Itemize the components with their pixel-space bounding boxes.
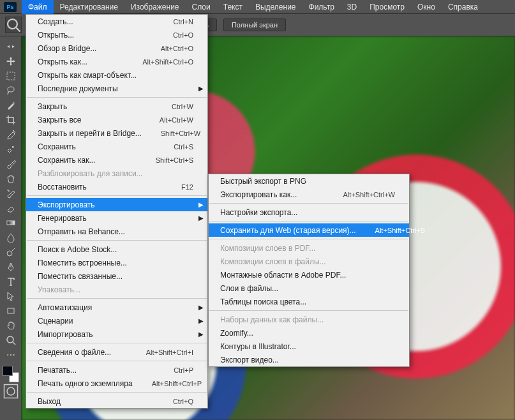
menubar-item-изображение[interactable]: Изображение bbox=[124, 0, 186, 14]
export-menu-separator bbox=[209, 221, 408, 221]
tool-hand[interactable] bbox=[3, 318, 19, 333]
menubar-item-редактирование[interactable]: Редактирование bbox=[54, 0, 124, 14]
tool-crop[interactable] bbox=[3, 112, 19, 127]
tool-type[interactable] bbox=[3, 274, 19, 289]
export-menu-item-3[interactable]: Настройки экспорта... bbox=[209, 206, 409, 219]
menu-item-label: Zoomify... bbox=[220, 329, 395, 338]
file-menu-item-9[interactable]: Закрыть и перейти в Bridge...Shift+Ctrl+… bbox=[26, 126, 207, 140]
submenu-arrow-icon: ▶ bbox=[198, 304, 204, 311]
file-menu-item-4[interactable]: Открыть как смарт-объект... bbox=[26, 68, 207, 82]
file-menu-separator bbox=[27, 361, 207, 361]
tool-lasso[interactable] bbox=[3, 83, 19, 98]
color-swatches[interactable] bbox=[3, 366, 19, 382]
gradient-icon bbox=[6, 218, 16, 228]
file-menu-item-7[interactable]: ЗакрытьCtrl+W bbox=[26, 100, 207, 113]
file-menu-item-20[interactable]: Поместить встроенные... bbox=[26, 256, 207, 269]
menu-item-label: Генерировать bbox=[38, 214, 193, 223]
menu-item-label: Создать... bbox=[38, 17, 154, 26]
export-menu-item-1[interactable]: Экспортировать как...Alt+Shift+Ctrl+W bbox=[209, 188, 409, 201]
export-menu-item-16[interactable]: Экспорт видео... bbox=[209, 353, 409, 366]
tool-eyedropper[interactable] bbox=[3, 127, 19, 142]
menubar-item-просмотр[interactable]: Просмотр bbox=[363, 0, 411, 14]
export-menu-item-9[interactable]: Монтажные области в Adobe PDF... bbox=[209, 268, 409, 281]
submenu-arrow-icon: ▶ bbox=[198, 317, 204, 324]
file-menu-item-25[interactable]: Сценарии▶ bbox=[26, 314, 207, 327]
export-menu-item-0[interactable]: Быстрый экспорт в PNG bbox=[209, 174, 409, 188]
file-menu-item-10[interactable]: СохранитьCtrl+S bbox=[26, 140, 207, 153]
menubar-item-фильтр[interactable]: Фильтр bbox=[302, 0, 341, 14]
menubar-item-выделение[interactable]: Выделение bbox=[249, 0, 302, 14]
file-menu-item-0[interactable]: Создать...Ctrl+N bbox=[26, 15, 207, 28]
file-menu-item-28[interactable]: Сведения о файле...Alt+Shift+Ctrl+I bbox=[26, 345, 207, 359]
tool-blur[interactable] bbox=[3, 230, 19, 244]
submenu-arrow-icon: ▶ bbox=[198, 201, 204, 208]
export-menu-item-10[interactable]: Слои в файлы... bbox=[209, 281, 409, 295]
file-menu-item-16[interactable]: Генерировать▶ bbox=[26, 211, 207, 225]
menu-item-label: Упаковать... bbox=[38, 285, 193, 294]
file-menu-item-24[interactable]: Автоматизация▶ bbox=[26, 301, 207, 314]
menubar-item-файл[interactable]: Файл bbox=[22, 0, 54, 14]
tool-marquee[interactable] bbox=[3, 68, 19, 83]
file-menu-item-5[interactable]: Последние документы▶ bbox=[26, 82, 207, 95]
menu-item-shortcut: Ctrl+O bbox=[173, 31, 193, 39]
file-menu-item-3[interactable]: Открыть как...Alt+Shift+Ctrl+O bbox=[26, 55, 207, 68]
tool-healing[interactable] bbox=[3, 142, 19, 156]
tool-brush[interactable] bbox=[3, 156, 19, 171]
file-menu-item-2[interactable]: Обзор в Bridge...Alt+Ctrl+O bbox=[26, 41, 207, 55]
file-menu-item-8[interactable]: Закрыть всеAlt+Ctrl+W bbox=[26, 113, 207, 126]
export-menu-item-5[interactable]: Сохранить для Web (старая версия)...Alt+… bbox=[209, 223, 409, 237]
zoom-icon bbox=[6, 335, 16, 345]
foreground-color-swatch[interactable] bbox=[3, 366, 13, 376]
file-menu-item-31[interactable]: Печать одного экземпляраAlt+Shift+Ctrl+P bbox=[26, 377, 207, 390]
tool-path-select[interactable] bbox=[3, 289, 19, 303]
menu-item-label: Выход bbox=[38, 397, 154, 406]
menu-item-label: Сохранить для Web (старая версия)... bbox=[220, 226, 356, 235]
export-menu-item-8: Композиции слоев в файлы... bbox=[209, 255, 409, 268]
export-menu-item-11[interactable]: Таблицы поиска цвета... bbox=[209, 295, 409, 308]
file-menu-item-33[interactable]: ВыходCtrl+Q bbox=[26, 394, 207, 408]
file-menu-item-30[interactable]: Печатать...Ctrl+P bbox=[26, 363, 207, 377]
file-menu-item-13[interactable]: ВосстановитьF12 bbox=[26, 180, 207, 193]
menubar-item-окно[interactable]: Окно bbox=[411, 0, 442, 14]
tool-move[interactable] bbox=[3, 54, 19, 68]
menubar-item-слои[interactable]: Слои bbox=[186, 0, 217, 14]
fullscreen-button[interactable]: Полный экран bbox=[223, 19, 286, 31]
svg-rect-5 bbox=[8, 308, 14, 313]
tool-eraser[interactable] bbox=[3, 200, 19, 215]
tool-history-brush[interactable] bbox=[3, 186, 19, 200]
file-menu-item-11[interactable]: Сохранить как...Shift+Ctrl+S bbox=[26, 153, 207, 167]
menu-item-label: Экспорт видео... bbox=[220, 356, 395, 364]
file-menu-item-21[interactable]: Поместить связанные... bbox=[26, 269, 207, 283]
file-menu-item-26[interactable]: Импортировать▶ bbox=[26, 327, 207, 341]
export-menu-item-15[interactable]: Контуры в Illustrator... bbox=[209, 340, 409, 353]
file-menu-item-15[interactable]: Экспортировать▶ bbox=[26, 198, 207, 211]
move-icon bbox=[6, 56, 16, 66]
tool-rectangle[interactable] bbox=[3, 303, 19, 318]
blur-icon bbox=[6, 232, 16, 243]
menu-item-label: Сохранить как... bbox=[38, 156, 137, 165]
submenu-arrow-icon: ▶ bbox=[198, 214, 204, 221]
menu-item-label: Печать одного экземпляра bbox=[38, 379, 133, 388]
tool-clone[interactable] bbox=[3, 171, 19, 186]
file-menu-item-1[interactable]: Открыть...Ctrl+O bbox=[26, 28, 207, 41]
file-menu-separator bbox=[27, 343, 207, 343]
tool-magic-wand[interactable] bbox=[3, 98, 19, 112]
export-menu-item-13: Наборы данных как файлы... bbox=[209, 313, 409, 326]
menubar-item-справка[interactable]: Справка bbox=[442, 0, 484, 14]
menubar-item-3d[interactable]: 3D bbox=[341, 0, 363, 14]
file-menu-item-19[interactable]: Поиск в Adobe Stock... bbox=[26, 243, 207, 256]
export-menu-item-14[interactable]: Zoomify... bbox=[209, 326, 409, 340]
crop-icon bbox=[6, 115, 16, 125]
tool-dodge[interactable] bbox=[3, 244, 19, 259]
tool-gradient[interactable] bbox=[3, 215, 19, 230]
quick-mask-button[interactable] bbox=[3, 385, 19, 398]
edit-toolbar-button[interactable]: ⋯ bbox=[3, 347, 19, 362]
collapse-handle[interactable] bbox=[3, 39, 19, 54]
current-tool-swatch[interactable] bbox=[5, 17, 22, 33]
menubar-item-текст[interactable]: Текст bbox=[217, 0, 249, 14]
tool-pen[interactable] bbox=[3, 259, 19, 274]
tools-panel: ⋯ bbox=[0, 36, 22, 420]
file-menu-item-17[interactable]: Отправить на Behance... bbox=[26, 225, 207, 238]
tool-zoom[interactable] bbox=[3, 333, 19, 347]
menu-item-label: Отправить на Behance... bbox=[38, 227, 193, 236]
